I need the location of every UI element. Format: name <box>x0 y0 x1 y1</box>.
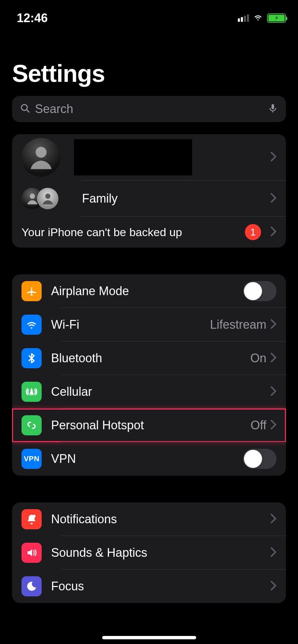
svg-point-6 <box>45 194 50 199</box>
cellular-signal-icon <box>238 14 249 22</box>
svg-point-4 <box>36 147 46 157</box>
microphone-icon[interactable] <box>268 103 278 115</box>
hotspot-icon <box>22 415 42 435</box>
sounds-icon <box>22 543 42 563</box>
wifi-icon <box>22 315 42 335</box>
family-avatars <box>22 188 60 209</box>
cellular-icon <box>22 382 42 402</box>
vpn-row[interactable]: VPN VPN <box>12 442 286 476</box>
search-bar[interactable] <box>12 96 286 122</box>
sounds-row[interactable]: Sounds & Haptics <box>12 536 286 570</box>
airplane-mode-row[interactable]: Airplane Mode <box>12 274 286 308</box>
notifications-row[interactable]: Notifications <box>12 502 286 536</box>
home-indicator[interactable] <box>102 636 196 639</box>
apple-id-row[interactable] <box>12 134 286 180</box>
focus-label: Focus <box>51 579 270 593</box>
family-row[interactable]: Family <box>12 180 286 217</box>
general-group: Notifications Sounds & Haptics Focus <box>12 502 286 603</box>
bluetooth-row[interactable]: Bluetooth On <box>12 341 286 375</box>
bluetooth-label: Bluetooth <box>51 351 250 365</box>
status-bar: 12:46 ⚡︎ <box>0 0 298 30</box>
profile-avatar <box>22 138 60 177</box>
vpn-label: VPN <box>51 452 243 466</box>
notification-badge: 1 <box>245 224 261 240</box>
chevron-right-icon <box>270 581 276 592</box>
wifi-label: Wi-Fi <box>51 318 210 332</box>
svg-point-5 <box>30 194 35 199</box>
wifi-status-icon <box>252 13 264 23</box>
cellular-row[interactable]: Cellular <box>12 375 286 409</box>
backup-warning-label: Your iPhone can't be backed up <box>22 226 245 239</box>
vpn-icon: VPN <box>22 449 42 469</box>
notifications-icon <box>22 509 42 529</box>
search-icon <box>20 103 30 115</box>
chevron-right-icon <box>270 353 276 364</box>
bluetooth-icon <box>22 348 42 368</box>
hotspot-value: Off <box>251 418 266 432</box>
wifi-value: Lifestream <box>210 318 266 332</box>
chevron-right-icon <box>270 386 276 397</box>
family-label: Family <box>82 192 270 206</box>
bluetooth-value: On <box>250 351 266 365</box>
status-time: 12:46 <box>17 11 48 25</box>
airplane-label: Airplane Mode <box>51 284 243 298</box>
chevron-right-icon <box>270 319 276 330</box>
battery-charging-icon: ⚡︎ <box>267 13 286 23</box>
connectivity-group: Airplane Mode Wi-Fi Lifestream Bluetooth… <box>12 274 286 476</box>
chevron-right-icon <box>270 514 276 525</box>
profile-name-redacted <box>74 139 192 175</box>
airplane-toggle[interactable] <box>243 281 276 301</box>
sounds-label: Sounds & Haptics <box>51 546 270 560</box>
notifications-label: Notifications <box>51 512 270 526</box>
cellular-label: Cellular <box>51 385 270 399</box>
personal-hotspot-row[interactable]: Personal Hotspot Off <box>12 409 286 442</box>
hotspot-label: Personal Hotspot <box>51 418 251 432</box>
page-title: Settings <box>0 30 298 93</box>
account-group: Family Your iPhone can't be backed up 1 <box>12 134 286 248</box>
focus-icon <box>22 576 42 596</box>
svg-line-1 <box>27 110 29 112</box>
status-icons: ⚡︎ <box>238 13 286 23</box>
airplane-icon <box>22 281 42 301</box>
chevron-right-icon <box>270 152 276 163</box>
chevron-right-icon <box>270 547 276 558</box>
backup-warning-row[interactable]: Your iPhone can't be backed up 1 <box>12 217 286 248</box>
focus-row[interactable]: Focus <box>12 570 286 603</box>
vpn-toggle[interactable] <box>243 449 276 469</box>
chevron-right-icon <box>270 226 276 238</box>
chevron-right-icon <box>270 420 276 431</box>
search-input[interactable] <box>35 102 263 116</box>
wifi-row[interactable]: Wi-Fi Lifestream <box>12 308 286 341</box>
svg-point-7 <box>33 515 36 518</box>
chevron-right-icon <box>270 193 276 204</box>
svg-rect-2 <box>271 104 274 109</box>
